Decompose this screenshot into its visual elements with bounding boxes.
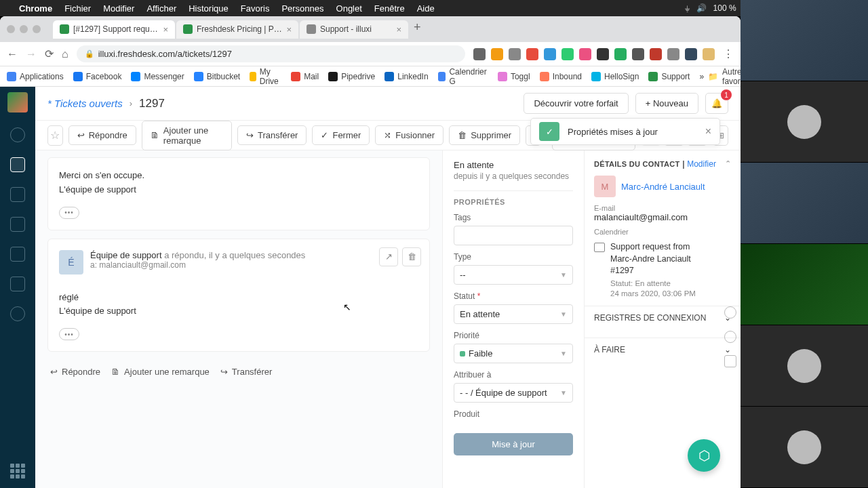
status-select[interactable]: En attente▼ bbox=[454, 304, 573, 324]
expand-quote-button[interactable]: ••• bbox=[59, 207, 79, 219]
notifications-button[interactable]: 🔔1 bbox=[705, 93, 728, 114]
close-icon[interactable]: × bbox=[396, 24, 401, 35]
bookmark-item[interactable]: Pipedrive bbox=[328, 72, 375, 81]
nav-settings-icon[interactable] bbox=[10, 306, 25, 321]
bookmark-apps[interactable]: Applications bbox=[7, 72, 64, 81]
new-tab-button[interactable]: + bbox=[410, 20, 425, 39]
bookmark-other[interactable]: Autres favoris bbox=[722, 67, 741, 86]
nav-apps-icon[interactable] bbox=[10, 464, 25, 479]
back-button[interactable]: ← bbox=[7, 48, 18, 60]
close-icon[interactable]: × bbox=[163, 24, 168, 35]
expand-quote-button[interactable]: ••• bbox=[59, 328, 79, 340]
nav-solutions-icon[interactable] bbox=[10, 217, 25, 232]
merge-button[interactable]: ⤭ Fusionner bbox=[375, 125, 443, 145]
assign-select[interactable]: - - / Équipe de support▼ bbox=[454, 383, 573, 403]
chrome-window: [#1297] Support request from× Freshdesk … bbox=[0, 16, 741, 488]
tags-input[interactable] bbox=[454, 226, 573, 245]
app-logo[interactable] bbox=[7, 92, 28, 113]
video-participant[interactable] bbox=[741, 244, 868, 325]
menu-tab[interactable]: Onglet bbox=[336, 3, 362, 14]
bookmark-item[interactable]: Support bbox=[648, 72, 690, 81]
bookmark-overflow[interactable]: » bbox=[699, 72, 704, 81]
wifi-icon[interactable]: ⏚ bbox=[685, 3, 690, 13]
menu-history[interactable]: Historique bbox=[189, 3, 229, 14]
cal-icon[interactable] bbox=[724, 355, 736, 367]
video-participant[interactable] bbox=[741, 325, 868, 407]
menu-help[interactable]: Aide bbox=[417, 3, 435, 14]
transfer-button[interactable]: ↪ Transférer bbox=[220, 367, 272, 377]
bookmark-item[interactable]: HelloSign bbox=[591, 72, 639, 81]
delete-icon[interactable]: 🗑 bbox=[402, 247, 421, 266]
video-participant[interactable] bbox=[741, 0, 868, 81]
nav-dashboard-icon[interactable] bbox=[10, 127, 25, 142]
browser-tab-3[interactable]: Support - illuxi× bbox=[300, 20, 408, 39]
logs-section[interactable]: REGISTRES DE CONNEXION⌄ bbox=[585, 306, 741, 329]
video-participant[interactable] bbox=[741, 163, 868, 244]
new-button[interactable]: + Nouveau bbox=[635, 93, 698, 114]
bookmark-item[interactable]: Calendrier G bbox=[438, 67, 488, 86]
tags-label: Tags bbox=[454, 213, 573, 222]
star-button[interactable]: ☆ bbox=[47, 125, 63, 146]
close-icon[interactable]: × bbox=[286, 24, 292, 35]
update-button[interactable]: Mise à jour bbox=[454, 433, 573, 455]
bookmark-item[interactable]: Messenger bbox=[131, 72, 184, 81]
nav-admin-icon[interactable] bbox=[10, 277, 25, 291]
menu-window[interactable]: Fenêtre bbox=[374, 3, 405, 14]
menu-bookmarks[interactable]: Favoris bbox=[241, 3, 270, 14]
nav-reports-icon[interactable] bbox=[10, 247, 25, 262]
chevron-up-icon[interactable]: ⌃ bbox=[725, 159, 731, 168]
menu-people[interactable]: Personnes bbox=[281, 3, 323, 14]
reply-button[interactable]: ↩ Répondre bbox=[50, 367, 100, 377]
message: ↗ 🗑 É Équipe de support a répondu, il y … bbox=[47, 239, 430, 352]
browser-tab-1[interactable]: [#1297] Support request from× bbox=[53, 20, 175, 39]
bookmark-item[interactable]: My Drive bbox=[250, 67, 281, 86]
bookmark-item[interactable]: Toggl bbox=[498, 72, 530, 81]
todo-section[interactable]: À FAIRE⌄ bbox=[585, 338, 741, 361]
browser-tab-2[interactable]: Freshdesk Pricing | Paid plans× bbox=[176, 20, 298, 39]
priority-select[interactable]: Faible▼ bbox=[454, 344, 573, 363]
email-label: E-mail bbox=[594, 204, 731, 212]
message-body: réglé L'équipe de support bbox=[59, 291, 418, 319]
forward-button[interactable]: → bbox=[26, 48, 37, 60]
clock-icon[interactable] bbox=[724, 331, 736, 343]
url-field[interactable]: 🔒illuxi.freshdesk.com/a/tickets/1297 bbox=[77, 45, 465, 62]
video-participant[interactable] bbox=[741, 81, 868, 163]
bookmark-item[interactable]: Inbound bbox=[540, 72, 582, 81]
contact-name[interactable]: Marc-André Lanciault bbox=[621, 182, 705, 192]
delete-button[interactable]: 🗑 Supprimer bbox=[449, 125, 520, 145]
info-icon[interactable] bbox=[724, 306, 736, 319]
transfer-button[interactable]: ↪ Transférer bbox=[237, 125, 307, 145]
video-participant[interactable] bbox=[741, 407, 868, 488]
type-label: Type bbox=[454, 252, 573, 262]
related-ticket[interactable]: Support request fromMarc-Andre Lanciault… bbox=[610, 241, 696, 277]
forward-icon[interactable]: ↗ bbox=[379, 247, 398, 266]
folder-icon: 📁 bbox=[708, 72, 718, 81]
app-name[interactable]: Chrome bbox=[19, 3, 52, 14]
email-value: malanciault@gmail.com bbox=[594, 212, 731, 222]
bookmark-item[interactable]: LinkedIn bbox=[384, 72, 428, 81]
home-button[interactable]: ⌂ bbox=[62, 48, 68, 60]
window-controls[interactable] bbox=[7, 25, 41, 33]
note-button[interactable]: 🗎 Ajouter une remarque bbox=[111, 367, 210, 377]
menu-edit[interactable]: Modifier bbox=[103, 3, 134, 14]
close-icon[interactable]: × bbox=[705, 125, 711, 138]
edit-link[interactable]: Modifier bbox=[687, 159, 716, 169]
nav-tickets-icon[interactable] bbox=[10, 157, 25, 172]
fab-button[interactable]: ⬡ bbox=[688, 439, 720, 472]
note-button[interactable]: 🗎 Ajouter une remarque bbox=[142, 121, 232, 150]
close-button[interactable]: ✓ Fermer bbox=[312, 125, 370, 145]
bookmark-item[interactable]: Mail bbox=[291, 72, 319, 81]
volume-icon[interactable]: 🔊 bbox=[696, 3, 707, 13]
reply-button[interactable]: ↩ Répondre bbox=[68, 125, 136, 145]
menu-button[interactable]: ⋮ bbox=[723, 47, 734, 60]
reload-button[interactable]: ⟳ bbox=[45, 47, 54, 60]
extensions[interactable] bbox=[473, 48, 715, 60]
breadcrumb-root[interactable]: * Tickets ouverts bbox=[47, 98, 123, 109]
menu-view[interactable]: Afficher bbox=[146, 3, 176, 14]
bookmark-item[interactable]: Facebook bbox=[73, 72, 122, 81]
menu-file[interactable]: Fichier bbox=[64, 3, 91, 14]
nav-contacts-icon[interactable] bbox=[10, 187, 25, 202]
type-select[interactable]: --▼ bbox=[454, 265, 573, 285]
discover-button[interactable]: Découvrir votre forfait bbox=[524, 93, 628, 114]
bookmark-item[interactable]: Bitbucket bbox=[194, 72, 240, 81]
